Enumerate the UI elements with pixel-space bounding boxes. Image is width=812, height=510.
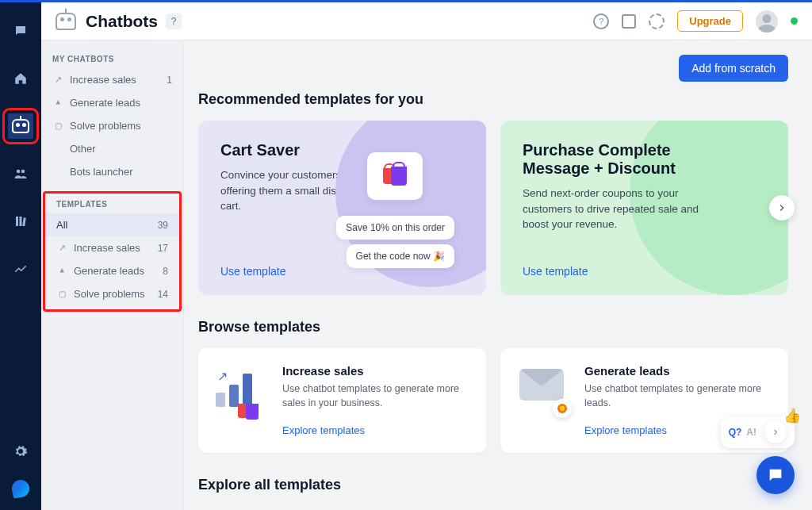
faq-widget[interactable]: 👍 Q? A! bbox=[721, 416, 795, 448]
nav-analytics-icon[interactable] bbox=[8, 256, 33, 282]
sidebar-item-label: Generate leads bbox=[70, 97, 140, 109]
sidebar-item-count: 17 bbox=[158, 243, 168, 254]
browse-card-title: Increase sales bbox=[282, 364, 465, 378]
blank-icon bbox=[52, 144, 63, 155]
use-template-link[interactable]: Use template bbox=[523, 265, 588, 278]
increase-sales-illustration: ↗ bbox=[216, 364, 268, 416]
sidebar-my-solve-problems[interactable]: Solve problems bbox=[41, 114, 183, 137]
sidebar-item-label: All bbox=[56, 219, 67, 231]
sidebar-item-count: 39 bbox=[158, 220, 168, 231]
sidebar-section-my-chatbots: MY CHATBOTS bbox=[41, 50, 183, 68]
card-description: Send next-order coupons to your customer… bbox=[523, 186, 713, 232]
sidebar-template-all[interactable]: All 39 bbox=[45, 213, 179, 236]
sidebar-item-count: 8 bbox=[163, 266, 168, 277]
svg-rect-3 bbox=[20, 217, 22, 226]
explore-templates-link[interactable]: Explore templates bbox=[584, 424, 667, 436]
solve-problems-icon bbox=[52, 121, 63, 132]
page-title: Chatbots bbox=[86, 12, 158, 31]
sidebar-my-bots-launcher[interactable]: Bots launcher bbox=[41, 160, 183, 183]
status-online-dot bbox=[791, 17, 798, 25]
faq-expand-icon[interactable] bbox=[764, 421, 787, 443]
nav-chatbots-icon[interactable] bbox=[8, 113, 33, 139]
card-title: Purchase Complete Message + Discount bbox=[523, 141, 729, 178]
cards-icon[interactable] bbox=[622, 14, 636, 29]
browse-card-title: Generate leads bbox=[584, 364, 767, 378]
sidebar-item-label: Solve problems bbox=[74, 288, 145, 300]
add-from-scratch-button[interactable]: Add from scratch bbox=[679, 55, 788, 82]
recommended-templates-heading: Recommended templates for you bbox=[198, 91, 788, 108]
sidebar-my-generate-leads[interactable]: Generate leads bbox=[41, 91, 183, 114]
card-illustration: Save 10% on this order Get the code now … bbox=[304, 128, 478, 287]
nav-people-icon[interactable] bbox=[8, 161, 33, 186]
sidebar-my-other[interactable]: Other bbox=[41, 137, 183, 160]
explore-templates-link[interactable]: Explore templates bbox=[282, 424, 365, 436]
sidebar-item-label: Increase sales bbox=[70, 74, 136, 86]
generate-leads-icon bbox=[56, 266, 67, 277]
sidebar-item-count: 14 bbox=[158, 289, 168, 300]
svg-point-0 bbox=[17, 170, 21, 174]
upgrade-button[interactable]: Upgrade bbox=[677, 10, 743, 32]
sidebar-template-solve-problems[interactable]: Solve problems 14 bbox=[45, 282, 179, 309]
sidebar-template-increase-sales[interactable]: Increase sales 17 bbox=[45, 236, 179, 259]
svg-point-1 bbox=[21, 170, 25, 174]
nav-home-icon[interactable] bbox=[8, 66, 33, 91]
browse-card-description: Use chatbot templates to generate more s… bbox=[282, 382, 465, 410]
promo-bubble: Save 10% on this order bbox=[336, 216, 454, 240]
nav-settings-icon[interactable] bbox=[8, 439, 33, 464]
info-icon[interactable]: ? bbox=[593, 13, 609, 29]
sidebar-template-generate-leads[interactable]: Generate leads 8 bbox=[45, 259, 179, 282]
sidebar-item-label: Solve problems bbox=[70, 120, 141, 132]
faq-a-label: A! bbox=[746, 427, 756, 438]
generate-leads-illustration bbox=[518, 364, 570, 416]
sidebar-item-label: Generate leads bbox=[74, 265, 144, 277]
bot-icon bbox=[12, 119, 29, 133]
refresh-icon[interactable] bbox=[649, 13, 665, 29]
nav-chat-icon[interactable] bbox=[8, 18, 33, 44]
template-card-purchase-complete[interactable]: Purchase Complete Message + Discount Sen… bbox=[500, 121, 788, 295]
templates-highlight-box: TEMPLATES All 39 Increase sales 17 Gener… bbox=[43, 191, 182, 312]
svg-rect-4 bbox=[22, 217, 25, 226]
browse-card-increase-sales[interactable]: ↗ Increase sales Use chatbot templates t… bbox=[198, 348, 486, 453]
template-card-cart-saver[interactable]: Cart Saver Convince your customers to bu… bbox=[198, 121, 486, 295]
use-template-link[interactable]: Use template bbox=[220, 265, 285, 278]
chat-launcher-button[interactable] bbox=[756, 456, 795, 494]
increase-sales-icon bbox=[52, 75, 63, 86]
sidebar-item-count: 1 bbox=[167, 75, 172, 86]
brand-logo bbox=[10, 478, 30, 498]
solve-problems-icon bbox=[56, 289, 67, 300]
sidebar-item-label: Increase sales bbox=[74, 242, 140, 254]
explore-all-templates-heading: Explore all templates bbox=[198, 477, 788, 493]
sidebar-section-templates: TEMPLATES bbox=[45, 194, 179, 213]
nav-library-icon[interactable] bbox=[8, 209, 33, 234]
blank-icon bbox=[52, 167, 63, 178]
generate-leads-icon bbox=[52, 98, 63, 109]
sidebar-my-increase-sales[interactable]: Increase sales 1 bbox=[41, 68, 183, 91]
sidebar-item-label: Bots launcher bbox=[70, 166, 133, 178]
help-icon[interactable]: ? bbox=[166, 13, 182, 29]
sidebar-item-label: Other bbox=[70, 143, 96, 155]
carousel-next-button[interactable] bbox=[769, 195, 795, 220]
thumbs-up-icon: 👍 bbox=[783, 407, 801, 424]
browse-templates-heading: Browse templates bbox=[198, 319, 788, 336]
svg-rect-2 bbox=[16, 217, 18, 226]
browse-card-description: Use chatbot templates to generate more l… bbox=[584, 382, 767, 410]
promo-bubble: Get the code now 🎉 bbox=[347, 244, 454, 268]
increase-sales-icon bbox=[56, 243, 67, 254]
header-bot-icon bbox=[56, 13, 76, 30]
avatar[interactable] bbox=[756, 10, 778, 33]
faq-q-label: Q? bbox=[729, 427, 742, 438]
